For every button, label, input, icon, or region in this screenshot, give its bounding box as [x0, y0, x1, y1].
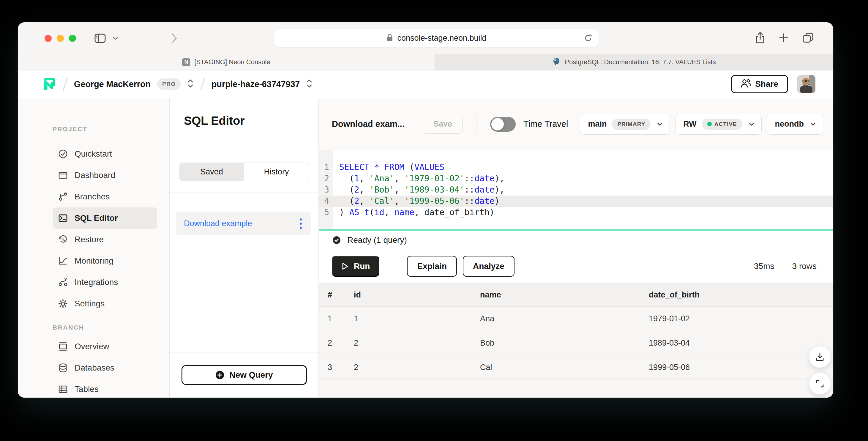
neon-logo[interactable]	[42, 77, 57, 92]
code-text: SELECT * FROM (VALUES	[339, 161, 444, 173]
branch-value: main	[588, 119, 607, 129]
branch-dropdown[interactable]: main PRIMARY	[580, 114, 670, 135]
time-travel-toggle[interactable]	[490, 117, 516, 131]
download-results-button[interactable]	[809, 346, 831, 368]
save-button[interactable]: Save	[423, 115, 463, 134]
sidebar-item-dashboard[interactable]: Dashboard	[53, 165, 157, 186]
pro-badge: PRO	[157, 79, 181, 90]
id-cell: 2	[343, 331, 469, 355]
column-header: date_of_birth	[638, 284, 833, 306]
code-line[interactable]: 2 (1, 'Ana', '1979-01-02'::date),	[319, 173, 833, 184]
column-header: name	[469, 284, 638, 306]
table-row[interactable]: 1 1 Ana 1979-01-02	[319, 307, 833, 331]
results-table: # id name date_of_birth 1 1 Ana 1979-01-…	[319, 284, 833, 398]
minimize-window-button[interactable]	[57, 35, 64, 42]
sidebar-toggle-icon[interactable]	[94, 34, 106, 43]
back-button[interactable]	[142, 33, 148, 44]
gear-icon	[58, 299, 68, 309]
status-dot	[707, 122, 712, 126]
sidebar-item-sql-editor[interactable]: SQL Editor	[53, 207, 157, 229]
date-cell: 1979-01-02	[638, 307, 833, 331]
sidebar-item-integrations[interactable]: Integrations	[53, 272, 157, 293]
sidebar: PROJECT Quickstart Dashboard Branches	[18, 98, 169, 398]
breadcrumb-divider	[63, 78, 67, 91]
plus-circle-icon	[215, 370, 224, 380]
table-icon	[58, 384, 68, 394]
results-header-row: # id name date_of_birth	[319, 284, 833, 307]
check-circle-icon	[58, 149, 68, 159]
tab-overview-icon[interactable]	[802, 32, 814, 44]
query-title: Download exam...	[332, 119, 405, 129]
zoom-window-button[interactable]	[69, 35, 76, 42]
chevron-down-icon	[748, 120, 755, 128]
address-bar[interactable]: console-stage.neon.build	[274, 29, 599, 47]
table-row[interactable]: 3 2 Cal 1999-05-06	[319, 355, 833, 380]
code-line[interactable]: 3 (2, 'Bob', '1989-03-04'::date),	[319, 184, 833, 196]
sidebar-item-overview[interactable]: Overview	[53, 336, 157, 357]
sidebar-item-label: Overview	[74, 342, 109, 351]
project-switcher-icon[interactable]	[306, 78, 313, 90]
active-badge: ACTIVE	[702, 119, 742, 130]
analyze-button[interactable]: Analyze	[463, 256, 515, 277]
compute-dropdown[interactable]: RW ACTIVE	[675, 114, 762, 135]
share-button[interactable]: Share	[731, 75, 788, 93]
avatar[interactable]	[797, 75, 815, 93]
sidebar-item-quickstart[interactable]: Quickstart	[53, 143, 157, 165]
neon-favicon: N	[182, 58, 190, 66]
fullscreen-icon	[815, 379, 825, 388]
table-row[interactable]: 2 2 Bob 1989-03-04	[319, 331, 833, 355]
app-header: George MacKerron PRO purple-haze-6374793…	[18, 70, 833, 98]
expand-results-button[interactable]	[809, 373, 831, 395]
browser-toolbar: console-stage.neon.build	[18, 22, 833, 54]
explain-button[interactable]: Explain	[407, 256, 457, 277]
sidebar-item-branches[interactable]: Branches	[53, 186, 157, 207]
new-tab-icon[interactable]	[779, 33, 789, 44]
sidebar-item-restore[interactable]: Restore	[53, 229, 157, 250]
editor-resize-divider[interactable]	[319, 229, 833, 231]
sidebar-item-monitoring[interactable]: Monitoring	[53, 250, 157, 272]
sidebar-item-tables[interactable]: Tables	[53, 379, 157, 398]
status-text: Ready (1 query)	[347, 235, 407, 245]
code-text: (1, 'Ana', '1979-01-02'::date),	[339, 173, 504, 184]
code-line[interactable]: 4 (2, 'Cal', '1999-05-06'::date)	[319, 196, 833, 207]
tab-saved[interactable]: Saved	[179, 163, 244, 181]
result-row-count: 3 rows	[792, 262, 816, 271]
kebab-menu-icon[interactable]	[298, 217, 304, 231]
tab-history[interactable]: History	[244, 163, 309, 181]
tab-postgresql-docs[interactable]: PostgreSQL: Documentation: 16: 7.7. VALU…	[435, 54, 833, 70]
time-travel-label: Time Travel	[523, 119, 568, 129]
date-cell: 1999-05-06	[638, 355, 833, 380]
code-line[interactable]: 5) AS t(id, name, date_of_birth)	[319, 207, 833, 218]
row-number-cell: 2	[319, 331, 343, 355]
download-icon	[815, 352, 825, 362]
status-bar: Ready (1 query)	[319, 231, 833, 249]
tab-neon-console[interactable]: N [STAGING] Neon Console	[18, 54, 435, 70]
restore-clock-icon	[58, 234, 68, 244]
share-page-icon[interactable]	[755, 32, 765, 45]
breadcrumb-project[interactable]: purple-haze-63747937	[212, 79, 300, 89]
saved-history-tabs: Saved History	[179, 163, 309, 181]
breadcrumb-account[interactable]: George MacKerron	[74, 79, 151, 89]
sql-code-editor[interactable]: 1SELECT * FROM (VALUES2 (1, 'Ana', '1979…	[319, 150, 833, 229]
run-button[interactable]: Run	[332, 256, 379, 277]
sidebar-item-databases[interactable]: Databases	[53, 357, 157, 379]
sidebar-chevron-icon[interactable]	[113, 36, 118, 40]
sidebar-item-label: Dashboard	[74, 171, 115, 180]
url-text: console-stage.neon.build	[397, 34, 486, 43]
saved-query-item[interactable]: Download example	[176, 212, 311, 235]
close-window-button[interactable]	[44, 35, 52, 42]
ready-check-icon	[332, 235, 341, 245]
tab-title: [STAGING] Neon Console	[194, 58, 270, 66]
forward-button[interactable]	[171, 33, 178, 44]
account-switcher-icon[interactable]	[187, 78, 194, 90]
page-title: SQL Editor	[184, 114, 318, 127]
reload-icon[interactable]	[583, 33, 593, 44]
new-query-button[interactable]: New Query	[182, 365, 307, 385]
line-number: 3	[319, 184, 333, 196]
code-line[interactable]: 1SELECT * FROM (VALUES	[319, 161, 833, 173]
database-dropdown[interactable]: neondb	[767, 114, 823, 135]
saved-query-link[interactable]: Download example	[184, 219, 252, 228]
database-value: neondb	[775, 119, 804, 129]
sidebar-item-settings[interactable]: Settings	[53, 293, 157, 315]
date-cell: 1989-03-04	[638, 331, 833, 355]
